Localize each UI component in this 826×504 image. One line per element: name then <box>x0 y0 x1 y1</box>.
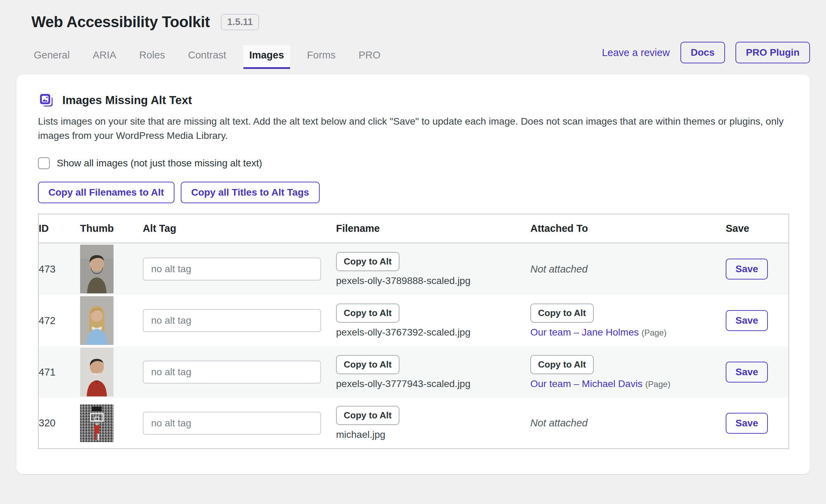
tab-aria[interactable]: ARIA <box>87 45 122 69</box>
missing-alt-table: ID Thumb Alt Tag Filename Attached To Sa… <box>38 214 789 449</box>
pro-plugin-button[interactable]: PRO Plugin <box>735 42 810 63</box>
column-header-thumb: Thumb <box>80 214 143 243</box>
attached-to-line: Our team – Jane Holmes(Page) <box>530 327 667 338</box>
panel-description: Lists images on your site that are missi… <box>38 114 788 143</box>
filename-text: pexels-olly-3789888-scaled.jpg <box>336 275 470 286</box>
attached-to-line: Our team – Michael Davis(Page) <box>530 378 670 389</box>
table-row: 472 Copy to A <box>38 295 789 346</box>
tab-roles[interactable]: Roles <box>133 45 171 69</box>
copy-all-filenames-button[interactable]: Copy all Filenames to Alt <box>38 182 174 203</box>
copy-to-alt-button[interactable]: Copy to Alt <box>530 304 594 323</box>
image-id: 320 <box>39 417 55 428</box>
table-row: 473 Copy to A <box>38 243 789 295</box>
tab-images[interactable]: Images <box>243 45 290 69</box>
alt-tag-input[interactable] <box>143 412 321 435</box>
image-id: 473 <box>39 263 55 275</box>
thumbnail-image[interactable] <box>80 245 114 293</box>
not-attached-text: Not attached <box>530 263 587 275</box>
gallery-images-icon <box>38 92 55 109</box>
tab-pro[interactable]: PRO <box>353 45 387 69</box>
show-all-images-checkbox[interactable] <box>38 157 50 169</box>
show-all-images-row: Show all images (not just those missing … <box>38 157 788 169</box>
attached-type-suffix: (Page) <box>645 379 670 389</box>
images-panel-card: Images Missing Alt Text Lists images on … <box>16 74 810 474</box>
column-header-id: ID <box>38 214 80 243</box>
image-id: 471 <box>39 367 55 378</box>
column-header-alt-tag: Alt Tag <box>143 214 336 243</box>
table-header-row: ID Thumb Alt Tag Filename Attached To Sa… <box>38 214 789 243</box>
alt-tag-input[interactable] <box>143 258 321 281</box>
column-header-attached-to: Attached To <box>530 214 726 243</box>
thumbnail-image[interactable] <box>80 404 114 442</box>
filename-text: pexels-olly-3777943-scaled.jpg <box>336 378 470 389</box>
plugin-settings-page: Web Accessibility Toolkit 1.5.11 Leave a… <box>0 0 826 504</box>
page-title: Web Accessibility Toolkit <box>31 13 210 31</box>
docs-button[interactable]: Docs <box>680 42 725 63</box>
copy-to-alt-button[interactable]: Copy to Alt <box>336 355 399 374</box>
tab-contrast[interactable]: Contrast <box>182 45 232 69</box>
filename-text: michael.jpg <box>336 429 385 440</box>
page-header: Web Accessibility Toolkit 1.5.11 <box>0 0 826 31</box>
copy-to-alt-button[interactable]: Copy to Alt <box>336 406 399 425</box>
save-button[interactable]: Save <box>726 413 768 434</box>
alt-tag-input[interactable] <box>143 361 321 384</box>
table-row: 471 Copy to A <box>38 346 789 398</box>
save-button[interactable]: Save <box>726 362 768 383</box>
version-badge: 1.5.11 <box>221 14 259 30</box>
copy-all-titles-button[interactable]: Copy all Titles to Alt Tags <box>181 182 320 203</box>
not-attached-text: Not attached <box>530 417 587 428</box>
attached-type-suffix: (Page) <box>641 328 667 337</box>
show-all-images-label[interactable]: Show all images (not just those missing … <box>57 158 262 169</box>
bulk-actions: Copy all Filenames to Alt Copy all Title… <box>38 182 788 203</box>
thumbnail-image[interactable] <box>80 348 114 396</box>
panel-title: Images Missing Alt Text <box>62 94 192 107</box>
copy-to-alt-button[interactable]: Copy to Alt <box>336 304 399 323</box>
attached-page-link[interactable]: Our team – Jane Holmes <box>530 327 639 338</box>
thumbnail-image[interactable] <box>80 296 114 345</box>
attached-page-link[interactable]: Our team – Michael Davis <box>530 378 642 389</box>
save-button[interactable]: Save <box>726 310 768 331</box>
column-header-filename: Filename <box>336 214 530 243</box>
image-id: 472 <box>39 315 55 326</box>
header-actions: Leave a review Docs PRO Plugin <box>602 42 810 63</box>
copy-to-alt-button[interactable]: Copy to Alt <box>530 355 594 374</box>
table-row: 320 <box>38 398 789 449</box>
filename-text: pexels-olly-3767392-scaled.jpg <box>336 327 470 338</box>
copy-to-alt-button[interactable]: Copy to Alt <box>336 252 399 271</box>
tab-forms[interactable]: Forms <box>301 45 342 69</box>
alt-tag-input[interactable] <box>143 309 321 332</box>
leave-review-link[interactable]: Leave a review <box>602 47 670 58</box>
panel-heading: Images Missing Alt Text <box>38 92 788 109</box>
save-button[interactable]: Save <box>726 259 768 279</box>
tab-general[interactable]: General <box>28 45 76 69</box>
column-header-save: Save <box>726 214 789 243</box>
